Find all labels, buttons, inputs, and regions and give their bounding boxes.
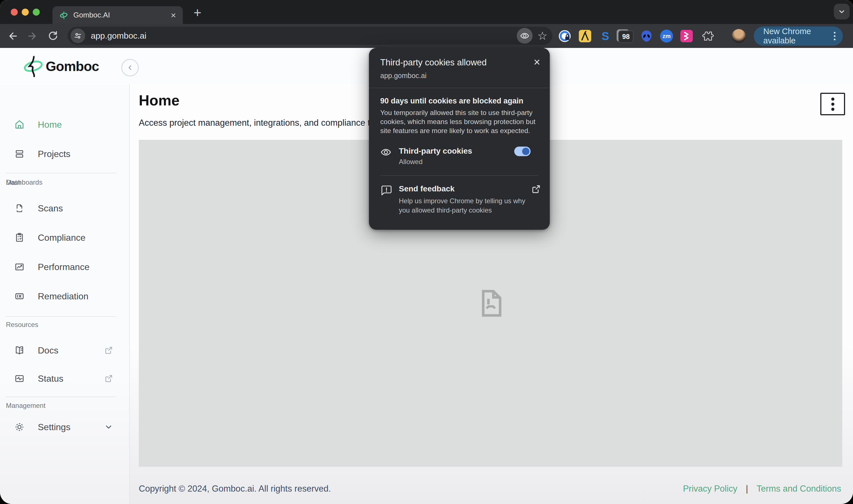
update-chrome-button[interactable]: New Chrome available [754,26,843,46]
sidebar-divider [6,316,116,317]
sidebar-item-label: Status [38,374,64,384]
external-link-icon [104,346,114,355]
cookies-popup: Third-party cookies allowed app.gomboc.a… [369,48,550,230]
sidebar: Main Home Projects Dashboards Scans [0,85,130,504]
sidebar-collapse-button[interactable] [121,59,139,76]
s-letter: S [602,30,609,42]
tune-icon [73,31,82,40]
tab-close-icon[interactable]: × [171,11,176,20]
third-party-cookies-row: Third-party cookies Allowed [380,147,539,166]
gomboc-logo: Gomboc [22,55,99,77]
eye-icon [380,147,391,158]
yellow-a-extension-icon[interactable] [579,30,591,42]
privacy-policy-link[interactable]: Privacy Policy [683,484,737,494]
home-icon [14,119,25,130]
chart-image-icon [14,262,25,272]
external-link-icon [530,184,541,195]
site-settings-button[interactable] [71,29,85,43]
url-text[interactable]: app.gomboc.ai [91,31,517,41]
extensions-puzzle-icon[interactable] [701,30,714,42]
badged-extension-icon[interactable]: 98 [614,24,638,48]
zoom-window-button[interactable] [33,9,40,16]
tab-strip: Gomboc.AI × + [0,0,853,24]
sidebar-item-settings[interactable]: Settings [0,415,129,439]
browser-tab[interactable]: Gomboc.AI × [52,6,183,24]
chevron-left-icon [126,64,134,72]
gear-icon [14,422,25,432]
sidebar-item-label: Projects [38,149,71,159]
sidebar-item-docs[interactable]: Docs [0,339,129,362]
rows-icon [14,148,25,159]
minimize-window-button[interactable] [22,9,29,16]
external-link-icon [104,374,114,383]
cookies-popup-header: Third-party cookies allowed app.gomboc.a… [369,48,550,88]
password-manager-extension-icon[interactable] [558,29,572,43]
sidebar-item-status[interactable]: Status [0,367,129,391]
pulse-icon [14,373,25,384]
third-party-cookies-button[interactable] [517,28,533,44]
sidebar-item-label: Scans [38,203,63,214]
update-chrome-label: New Chrome available [763,27,834,46]
zoom-extension-icon[interactable]: zm [660,30,673,42]
cookies-popup-title: Third-party cookies allowed [380,57,539,68]
zoom-label: zm [662,33,671,39]
copyright-text: Copyright © 2024, Gomboc.ai. All rights … [139,484,331,494]
sidebar-item-performance[interactable]: Performance [0,255,129,279]
address-bar[interactable]: app.gomboc.ai ☆ [68,27,552,45]
sidebar-item-scans[interactable]: Scans [0,196,129,220]
alien-extension-icon[interactable] [640,30,653,42]
sidebar-item-label: Remediation [38,291,89,302]
broken-image-icon [479,290,502,317]
s-swirl-extension-icon[interactable]: S [598,29,612,43]
sidebar-divider [6,397,116,397]
forward-button[interactable] [27,30,39,42]
toggle-label: Third-party cookies [399,147,472,156]
extension-badge: 98 [618,31,633,43]
new-tab-button[interactable]: + [190,4,205,20]
bookmark-star-icon[interactable]: ☆ [533,30,552,41]
sidebar-item-remediation[interactable]: Remediation [0,284,129,308]
sidebar-item-label: Docs [38,345,58,356]
third-party-cookies-toggle[interactable] [514,147,530,156]
browser-window: Gomboc.AI × + [0,0,853,504]
browser-menu-icon[interactable] [834,32,836,40]
logo-text: Gomboc [46,59,99,74]
tab-search-button[interactable] [834,4,850,19]
back-button[interactable] [6,30,19,42]
page-title: Home [139,92,179,109]
section-label-dashboards: Dashboards [6,178,42,186]
sidebar-item-label: Compliance [38,233,85,243]
sidebar-item-label: Settings [38,422,71,432]
close-icon[interactable]: × [534,56,540,68]
sidebar-item-label: Performance [38,262,89,272]
feedback-body: Help us improve Chrome by telling us why… [399,196,537,215]
browser-profile-avatar[interactable] [732,29,746,43]
clipboard-check-icon [14,232,25,243]
gomboc-favicon-icon [59,11,68,20]
cookies-countdown-body: You temporarily allowed this site to use… [380,108,542,135]
feedback-icon [380,184,392,196]
book-icon [14,345,25,356]
section-label-management: Management [6,402,46,410]
sidebar-divider [6,173,116,173]
feedback-title: Send feedback [399,184,537,193]
chevron-down-icon [837,7,846,16]
reload-button[interactable] [47,30,59,42]
cookies-countdown-heading: 90 days until cookies are blocked again [380,97,539,105]
chevron-down-icon [104,422,114,432]
gomboc-logo-mark-icon [22,55,45,77]
close-window-button[interactable] [11,9,18,16]
scan-document-icon [14,203,25,214]
sidebar-item-projects[interactable]: Projects [0,142,129,166]
sidebar-item-compliance[interactable]: Compliance [0,226,129,250]
terms-link[interactable]: Terms and Conditions [756,484,841,494]
send-feedback-row[interactable]: Send feedback Help us improve Chrome by … [369,176,550,215]
sidebar-item-label: Home [38,120,62,130]
eye-icon [520,31,529,41]
sidebar-item-home[interactable]: Home [0,113,129,137]
toggle-status: Allowed [399,158,472,166]
section-label-resources: Resources [6,321,38,329]
page-menu-button[interactable] [820,93,845,115]
pink-chevrons-extension-icon[interactable] [680,30,693,42]
browser-toolbar: app.gomboc.ai ☆ [0,24,853,48]
